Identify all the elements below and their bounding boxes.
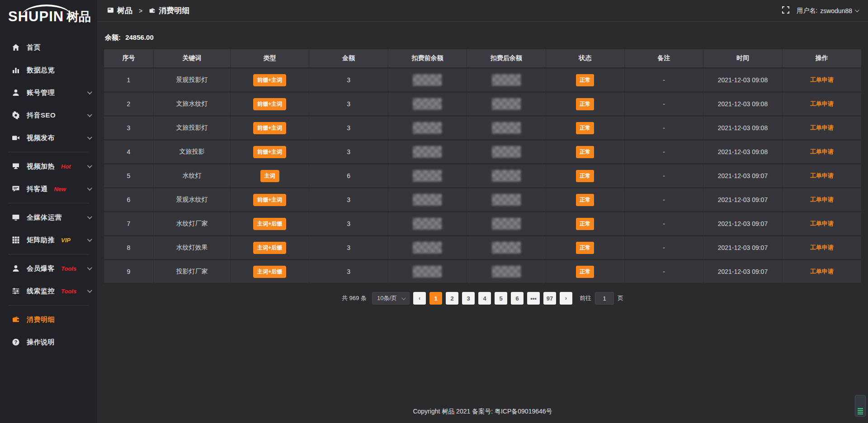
sidebar-item-doketong[interactable]: 抖客通 New (0, 178, 97, 200)
cell-amount: 3 (309, 236, 388, 259)
sidebar-item-matrix-boost[interactable]: 矩阵助推 VIP (0, 229, 97, 251)
vip-badge: VIP (61, 237, 71, 244)
table-row: 7 水纹灯厂家 主词+后缀 3 正常 - 2021-12-03 09:07 工单… (104, 212, 861, 235)
sidebar-item-member-burst[interactable]: 会员爆客 Tools (0, 257, 97, 280)
blurred-amount (492, 266, 521, 277)
topbar-right: 用户名: zswodun88 (782, 6, 858, 15)
work-order-link[interactable]: 工单申请 (810, 220, 834, 228)
cell-balance-before (388, 260, 467, 283)
table-header-cell: 金额 (309, 49, 388, 67)
work-order-link[interactable]: 工单申请 (810, 76, 834, 84)
logo-text-cn: 树品 (66, 9, 91, 25)
table-header-cell: 关键词 (154, 49, 231, 67)
cell-keyword: 投影灯厂家 (154, 260, 231, 283)
table-header-cell: 序号 (104, 49, 154, 67)
tools-badge: Tools (61, 265, 76, 272)
balance-label: 余额: (105, 33, 121, 41)
work-order-link[interactable]: 工单申请 (810, 100, 834, 108)
cell-amount: 3 (309, 260, 388, 283)
cell-time: 2021-12-03 09:07 (703, 188, 782, 211)
gear-icon (12, 111, 20, 119)
breadcrumb-current-label: 消费明细 (159, 5, 189, 16)
sidebar-item-home[interactable]: 首页 (0, 36, 97, 59)
sidebar-item-video-publish[interactable]: 视频发布 (0, 127, 97, 149)
goto-page-input[interactable] (595, 292, 614, 305)
goto-suffix: 页 (618, 294, 623, 302)
sidebar-item-all-media[interactable]: 全媒体运营 (0, 206, 97, 229)
breadcrumb: 树品 > 消费明细 (107, 5, 189, 16)
cell-balance-after (467, 260, 546, 283)
fullscreen-icon[interactable] (782, 6, 789, 15)
sidebar-item-lead-monitor[interactable]: 线索监控 Tools (0, 280, 97, 302)
page-number-button[interactable]: 4 (478, 292, 491, 305)
sidebar-item-douyin-seo[interactable]: 抖音SEO (0, 104, 97, 127)
status-badge: 正常 (576, 74, 594, 86)
chevron-down-icon (87, 288, 92, 293)
cell-action: 工单申请 (783, 117, 861, 139)
cell-balance-before (388, 164, 467, 187)
cell-type: 主词 (231, 164, 309, 187)
balance: 余额: 24856.00 (105, 33, 860, 42)
work-order-link[interactable]: 工单申请 (810, 172, 834, 180)
cell-status: 正常 (546, 141, 625, 163)
sidebar-item-data-overview[interactable]: 数据总览 (0, 59, 97, 81)
work-order-link[interactable]: 工单申请 (810, 268, 834, 276)
cell-index: 5 (104, 164, 154, 187)
type-badge: 主词+后缀 (253, 218, 286, 230)
prev-page-button[interactable]: ‹ (413, 292, 426, 305)
next-page-button[interactable]: › (560, 292, 572, 305)
cell-balance-after (467, 236, 546, 259)
cell-balance-after (467, 212, 546, 235)
cell-action: 工单申请 (783, 141, 861, 163)
floating-widget[interactable] (855, 395, 866, 417)
sidebar-item-account[interactable]: 账号管理 (0, 81, 97, 104)
page-number-button[interactable]: 5 (495, 292, 507, 305)
work-order-link[interactable]: 工单申请 (810, 244, 834, 252)
work-order-link[interactable]: 工单申请 (810, 124, 834, 132)
footer: Copyright 树品 2021 备案号: 粤ICP备09019646号 (104, 401, 861, 423)
sidebar-item-consumption-detail[interactable]: 消费明细 (0, 308, 97, 331)
sidebar-item-instructions[interactable]: ? 操作说明 (0, 331, 97, 353)
cell-note: - (625, 141, 703, 163)
blurred-amount (492, 194, 521, 206)
page-number-button[interactable]: 97 (543, 292, 556, 305)
cell-status: 正常 (546, 117, 625, 139)
cell-index: 2 (104, 93, 154, 115)
page-number-button[interactable]: 6 (511, 292, 524, 305)
question-icon: ? (12, 338, 20, 346)
user-menu[interactable]: 用户名: zswodun88 (797, 7, 858, 15)
monitor-icon (12, 213, 20, 221)
cell-keyword: 水纹灯效果 (154, 236, 231, 259)
cell-keyword: 文旅投影 (154, 141, 231, 163)
cell-balance-after (467, 69, 546, 91)
cell-time: 2021-12-03 09:07 (703, 236, 782, 259)
sidebar-item-label: 账号管理 (27, 89, 55, 97)
table-row: 4 文旅投影 前缀+主词 3 正常 - 2021-12-03 09:08 工单申… (104, 141, 861, 163)
sidebar-item-label: 视频发布 (27, 134, 55, 142)
type-badge: 前缀+主词 (253, 122, 286, 134)
video-icon (12, 134, 20, 142)
page-number-button[interactable]: 3 (462, 292, 475, 305)
table-row: 8 水纹灯效果 主词+后缀 3 正常 - 2021-12-03 09:07 工单… (104, 236, 861, 259)
page-size-select[interactable]: 10条/页 (372, 292, 410, 305)
table-row: 5 水纹灯 主词 6 正常 - 2021-12-03 09:07 工单申请 (104, 164, 861, 187)
sidebar-item-label: 数据总览 (27, 66, 55, 75)
chevron-down-icon (87, 186, 92, 191)
breadcrumb-separator: > (139, 7, 142, 14)
work-order-link[interactable]: 工单申请 (810, 148, 834, 156)
breadcrumb-home[interactable]: 树品 (107, 5, 132, 16)
page-number-button[interactable]: ••• (527, 292, 540, 305)
sidebar-item-video-heat[interactable]: 视频加热 Hot (0, 155, 97, 178)
blurred-amount (413, 194, 442, 206)
work-order-link[interactable]: 工单申请 (810, 196, 834, 204)
cell-status: 正常 (546, 260, 625, 283)
status-badge: 正常 (576, 98, 594, 110)
sidebar-item-label: 首页 (27, 43, 41, 52)
cell-note: - (625, 188, 703, 211)
page-number-button[interactable]: 1 (429, 292, 442, 305)
breadcrumb-home-label: 树品 (117, 5, 132, 16)
cell-note: - (625, 236, 703, 259)
page-number-button[interactable]: 2 (446, 292, 458, 305)
chat-icon (12, 185, 20, 193)
type-badge: 前缀+主词 (253, 146, 286, 158)
